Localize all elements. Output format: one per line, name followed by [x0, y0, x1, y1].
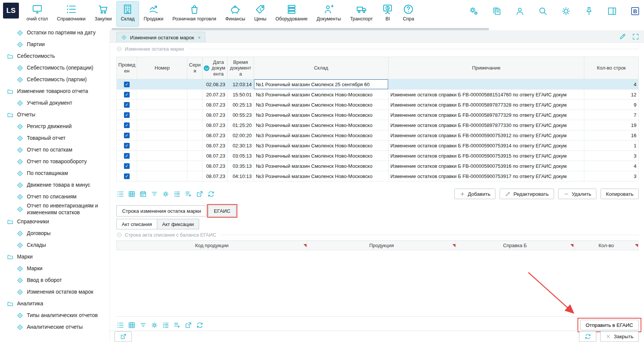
tree-item[interactable]: Отчет по списаниям: [0, 191, 110, 203]
tab-izmeneniya-ostatkov-marok[interactable]: Изменения остатков марок ×: [116, 32, 205, 43]
addrow-icon[interactable]: [184, 190, 192, 198]
tab-egais[interactable]: ЕГАИС: [208, 205, 236, 217]
ribbon-item-retail[interactable]: Розничная торговля: [168, 1, 221, 27]
ribbon-item-catalogs[interactable]: Справочники: [52, 1, 90, 27]
tree-item[interactable]: Ввод в оборот: [0, 274, 110, 286]
table-row[interactable]: 08.07.2303:35:13№3 Розничный магазин Смо…: [116, 161, 639, 171]
ribbon-item-equipment[interactable]: Оборудование: [271, 1, 312, 27]
column-header[interactable]: Номер: [137, 57, 187, 79]
tree-item[interactable]: Склады: [0, 239, 110, 251]
search-icon[interactable]: [538, 6, 548, 16]
table-row[interactable]: 08.07.2300:25:13№3 Розничный магазин Смо…: [116, 100, 639, 110]
checkbox-checked[interactable]: [124, 122, 130, 128]
gears-icon[interactable]: [469, 6, 479, 16]
table-row[interactable]: 08.07.2302:30:13№3 Розничный магазин Смо…: [116, 141, 639, 151]
edit-icon[interactable]: [619, 33, 626, 40]
refresh-button[interactable]: [579, 331, 596, 342]
tree-item[interactable]: Учетный документ: [0, 97, 110, 109]
column-header[interactable]: Справка Б: [456, 240, 574, 250]
collapse-icon[interactable]: [116, 46, 122, 52]
sort-desc-icon[interactable]: [204, 65, 209, 71]
checkbox-checked[interactable]: [124, 153, 130, 159]
ribbon-item-finance[interactable]: Финансы: [221, 1, 249, 27]
delete-button[interactable]: Удалить: [558, 189, 597, 199]
tree-item[interactable]: Отчет по остаткам: [0, 144, 110, 156]
checkbox-checked[interactable]: [124, 102, 130, 108]
ribbon-item-bi[interactable]: BI: [377, 1, 398, 27]
checkbox-checked[interactable]: [124, 143, 130, 149]
app-logo[interactable]: LS: [3, 3, 19, 19]
tree-item[interactable]: Партии: [0, 39, 110, 50]
refresh-icon[interactable]: [196, 321, 204, 329]
expand-icon[interactable]: [632, 33, 639, 40]
table-icon[interactable]: [128, 321, 136, 329]
column-header[interactable]: Время документа: [228, 57, 254, 79]
ribbon-item-documents[interactable]: Документы: [312, 1, 345, 27]
table-row[interactable]: 02.08.2312:03:14№1 Розничный магазин Смо…: [116, 79, 639, 90]
tree-item[interactable]: Марки: [0, 251, 110, 263]
column-header[interactable]: Код продукции: [116, 240, 307, 250]
edit-button[interactable]: Редактировать: [500, 189, 554, 199]
checkbox-checked[interactable]: [124, 92, 130, 97]
tree-item[interactable]: Марки: [0, 263, 110, 274]
open-in-window-button[interactable]: [115, 331, 132, 342]
column-header[interactable]: Склад: [254, 57, 389, 79]
tree-item[interactable]: Регистр движений: [0, 121, 110, 132]
ribbon-item-transport[interactable]: Транспорт: [345, 1, 377, 27]
table-row[interactable]: 08.07.2304:10:13№3 Розничный магазин Смо…: [116, 171, 639, 181]
column-header[interactable]: Продукция: [307, 240, 456, 250]
gear-icon[interactable]: [150, 321, 158, 329]
column-header[interactable]: Дата документа: [203, 57, 228, 79]
table-row[interactable]: 08.07.2302:00:20№3 Розничный магазин Смо…: [116, 130, 639, 141]
table-icon[interactable]: [128, 190, 136, 198]
add-button[interactable]: Добавить: [454, 189, 496, 199]
column-header[interactable]: Кол-во: [574, 240, 639, 250]
checkbox-checked[interactable]: [124, 133, 130, 138]
tree-item[interactable]: Себестоимость (операции): [0, 62, 110, 74]
tree-item[interactable]: Типы аналитических отчетов: [0, 310, 110, 321]
tree-item[interactable]: Остатки по партиям на дату: [0, 30, 110, 39]
export-icon[interactable]: [184, 321, 192, 329]
send-to-egais-button[interactable]: Отправить в ЕГАИС: [580, 320, 639, 330]
table-row[interactable]: 20.07.2315:50:01№3 Розничный магазин Смо…: [116, 90, 639, 100]
tree-item[interactable]: Договоры: [0, 227, 110, 239]
filter-icon[interactable]: [150, 190, 158, 198]
column-header[interactable]: Кол-во строк: [584, 57, 639, 79]
tree-item[interactable]: Аналитика: [0, 298, 110, 310]
column-header[interactable]: Проведен: [116, 57, 137, 79]
calendar-icon[interactable]: [139, 190, 147, 198]
layout-icon[interactable]: [607, 6, 617, 16]
table-row[interactable]: 08.07.2301:25:20№3 Розничный магазин Смо…: [116, 120, 639, 130]
export-icon[interactable]: [196, 190, 204, 198]
gear-icon[interactable]: [162, 190, 170, 198]
ribbon-item-purchases[interactable]: Закупки: [90, 1, 116, 27]
checkbox-checked[interactable]: [124, 163, 130, 169]
tree-item[interactable]: Изменения остатков марок: [0, 286, 110, 298]
close-tab-icon[interactable]: ×: [198, 35, 201, 40]
ribbon-item-help[interactable]: Спра: [398, 1, 419, 27]
tree-item[interactable]: Отчеты: [0, 109, 110, 121]
addrow-icon[interactable]: [173, 321, 181, 329]
tree-item[interactable]: Отчет по товарообороту: [0, 156, 110, 167]
table-row[interactable]: 08.07.2303:05:13№3 Розничный магазин Смо…: [116, 151, 639, 161]
tree-item[interactable]: Изменение товарного отчета: [0, 85, 110, 97]
filter-icon[interactable]: [139, 321, 147, 329]
b-icon[interactable]: B: [630, 6, 640, 16]
copy-button[interactable]: Копировать: [601, 189, 639, 199]
tree-item[interactable]: По поставщикам: [0, 167, 110, 179]
ribbon-item-desktop[interactable]: очий стол: [22, 1, 52, 27]
ribbon-scrollbar[interactable]: [111, 28, 489, 30]
close-button[interactable]: Закрыть: [600, 331, 639, 342]
tree-item[interactable]: Себестоимость (партии): [0, 74, 110, 85]
columns-icon[interactable]: [162, 321, 170, 329]
copy-icon[interactable]: [492, 6, 502, 16]
column-header[interactable]: Примечание: [389, 57, 584, 79]
pin-icon[interactable]: [584, 6, 594, 16]
tab-akt-spisaniya[interactable]: Акт списания: [116, 219, 157, 229]
columns-icon[interactable]: [173, 190, 181, 198]
tree-item[interactable]: Себестоимость: [0, 50, 110, 62]
checkbox-checked[interactable]: [124, 173, 130, 179]
refresh-icon[interactable]: [207, 190, 215, 198]
tab-stroka-izmeneniya-ostatka-marki[interactable]: Строка изменения остатка марки: [116, 205, 207, 217]
tree-item[interactable]: Товарный отчет: [0, 132, 110, 144]
